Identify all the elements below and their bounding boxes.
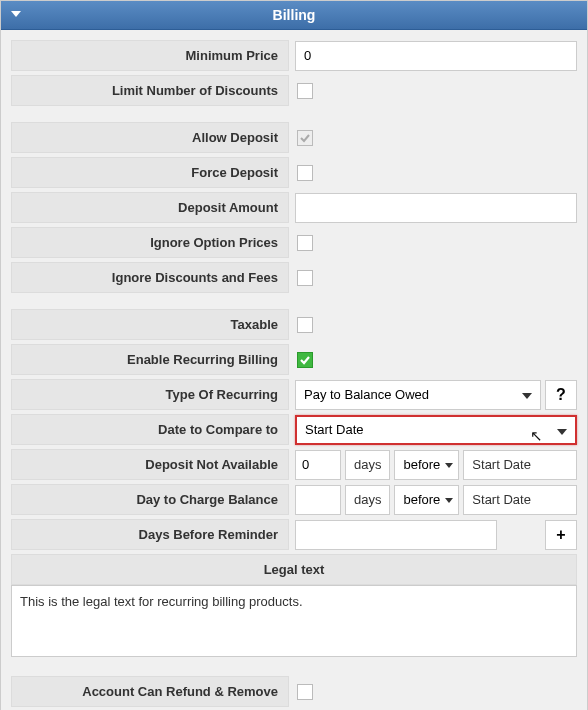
check-icon <box>299 354 311 366</box>
limit-discounts-checkbox[interactable] <box>297 83 313 99</box>
panel-title: Billing <box>273 7 316 23</box>
add-reminder-button[interactable]: + <box>545 520 577 550</box>
date-compare-select[interactable]: Start Date ↖ <box>295 415 577 445</box>
type-of-recurring-select[interactable]: Pay to Balance Owed <box>295 380 541 410</box>
minimum-price-label: Minimum Price <box>11 40 289 71</box>
deposit-amount-label: Deposit Amount <box>11 192 289 223</box>
allow-deposit-label: Allow Deposit <box>11 122 289 153</box>
select-value: Pay to Balance Owed <box>304 387 429 402</box>
help-button[interactable]: ? <box>545 380 577 410</box>
day-charge-balance-label: Day to Charge Balance <box>11 484 289 515</box>
charge-ref: Start Date <box>463 485 577 515</box>
panel-content: Minimum Price Limit Number of Discounts … <box>1 30 587 710</box>
ignore-discounts-fees-label: Ignore Discounts and Fees <box>11 262 289 293</box>
enable-recurring-label: Enable Recurring Billing <box>11 344 289 375</box>
check-icon <box>299 132 311 144</box>
collapse-icon <box>11 11 21 17</box>
deposit-na-days-input[interactable] <box>295 450 341 480</box>
force-deposit-label: Force Deposit <box>11 157 289 188</box>
legal-text-header: Legal text <box>11 554 577 585</box>
charge-relation-select[interactable]: before <box>394 485 459 515</box>
panel-header[interactable]: Billing <box>1 1 587 30</box>
type-of-recurring-label: Type Of Recurring <box>11 379 289 410</box>
select-value: Start Date <box>305 422 364 437</box>
plus-icon: + <box>556 526 565 544</box>
account-refund-label: Account Can Refund & Remove <box>11 676 289 707</box>
days-before-reminder-label: Days Before Reminder <box>11 519 289 550</box>
charge-days-input[interactable] <box>295 485 341 515</box>
billing-panel: Billing Minimum Price Limit Number of Di… <box>0 0 588 710</box>
deposit-not-available-label: Deposit Not Available <box>11 449 289 480</box>
chevron-down-icon <box>445 498 453 503</box>
force-deposit-checkbox[interactable] <box>297 165 313 181</box>
ignore-option-prices-label: Ignore Option Prices <box>11 227 289 258</box>
taxable-checkbox[interactable] <box>297 317 313 333</box>
question-icon: ? <box>556 386 566 404</box>
deposit-na-relation-select[interactable]: before <box>394 450 459 480</box>
ignore-discounts-fees-checkbox[interactable] <box>297 270 313 286</box>
chevron-down-icon <box>445 463 453 468</box>
allow-deposit-checkbox <box>297 130 313 146</box>
limit-discounts-label: Limit Number of Discounts <box>11 75 289 106</box>
ignore-option-prices-checkbox[interactable] <box>297 235 313 251</box>
legal-text-textarea[interactable] <box>11 585 577 657</box>
taxable-label: Taxable <box>11 309 289 340</box>
enable-recurring-checkbox[interactable] <box>297 352 313 368</box>
chevron-down-icon <box>557 429 567 435</box>
days-before-reminder-input[interactable] <box>295 520 497 550</box>
date-compare-label: Date to Compare to <box>11 414 289 445</box>
account-refund-checkbox[interactable] <box>297 684 313 700</box>
deposit-na-ref: Start Date <box>463 450 577 480</box>
chevron-down-icon <box>522 393 532 399</box>
cursor-icon: ↖ <box>530 427 543 445</box>
deposit-amount-input[interactable] <box>295 193 577 223</box>
days-unit: days <box>345 485 390 515</box>
minimum-price-input[interactable] <box>295 41 577 71</box>
days-unit: days <box>345 450 390 480</box>
